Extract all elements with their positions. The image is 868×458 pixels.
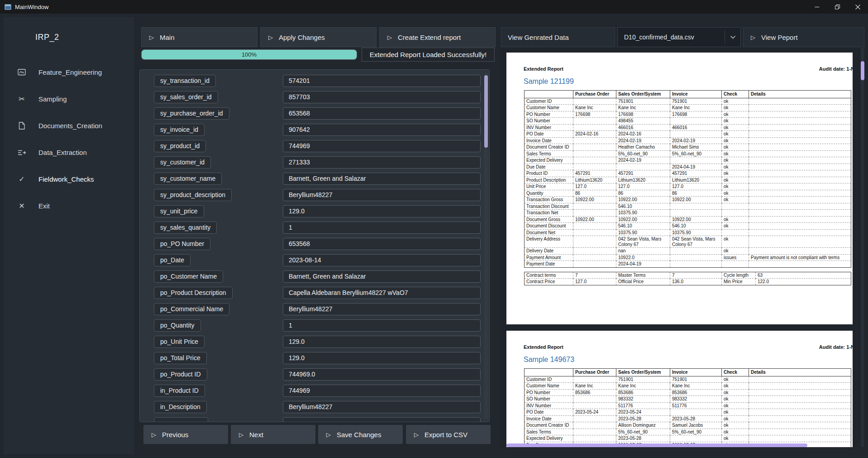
field-input[interactable]: 744969.0 <box>283 368 481 381</box>
field-input[interactable]: Beryllium48227 <box>283 303 481 315</box>
field-input[interactable]: Barnett, Green and Salazar <box>283 173 481 185</box>
field-input[interactable]: 129.0 <box>283 352 481 364</box>
report-cell <box>670 157 722 164</box>
field-input[interactable]: 1 <box>283 222 481 234</box>
report-cell: 751901 <box>670 376 722 383</box>
field-input[interactable]: 1 <box>283 319 481 332</box>
sidebar-item-data_extraction[interactable]: Data_Extraction <box>4 139 134 166</box>
report-cell: SO Number <box>525 396 573 403</box>
report-vertical-scrollbar[interactable] <box>861 48 864 447</box>
report-cell <box>670 254 722 261</box>
report-cell: 853686 <box>670 389 722 396</box>
report-row: Product DescriptionLithium13620Lithium13… <box>525 177 851 183</box>
report-cell <box>573 203 616 210</box>
report-cell: nan <box>616 248 670 255</box>
report-cell: Sales Terms <box>525 150 573 157</box>
report-cell: 127.0 <box>616 183 670 190</box>
report-cell: ok <box>722 170 749 177</box>
report-vertical-scrollbar-thumb[interactable] <box>861 61 864 80</box>
sidebar-item-feature_engineering[interactable]: Feature_Engineering <box>4 59 134 86</box>
report-cell <box>749 124 851 131</box>
report-cell: 2023-05-24 <box>573 409 616 416</box>
chevron-down-icon <box>730 35 736 39</box>
dataset-selected-value: D10_confirmed_data.csv <box>624 34 694 41</box>
field-input[interactable]: Beryllium48227 <box>283 189 481 201</box>
field-input[interactable]: 907642 <box>283 124 481 136</box>
field-input[interactable]: 574201 <box>283 75 481 87</box>
field-input[interactable] <box>283 417 481 422</box>
report-cell: ok <box>722 389 749 396</box>
report-cell <box>573 376 616 383</box>
field-input[interactable]: Capella Aldebaran Beryllium48227 wVaO7 <box>283 287 481 299</box>
form-row: po_Product ID 744969.0 <box>154 368 481 381</box>
field-input[interactable]: Barnett, Green and Salazar <box>283 270 481 283</box>
field-input[interactable]: Beryllium48227 <box>283 401 481 413</box>
minimize-button[interactable] <box>807 0 827 14</box>
report-cell: 466016 <box>616 124 670 131</box>
view-report-button[interactable]: ▷ View Peport <box>743 27 864 47</box>
report-cell: Due Date <box>525 164 573 170</box>
form-scrollbar[interactable] <box>484 72 488 419</box>
report-cell: 176698 <box>573 111 616 118</box>
contract-row: Contract terms7Master Terms7Cycle length… <box>525 272 851 279</box>
field-input[interactable]: 653568 <box>283 238 481 250</box>
dataset-dropdown[interactable]: D10_confirmed_data.csv <box>617 27 741 47</box>
field-input[interactable]: 653568 <box>283 107 481 120</box>
report-cell: Kane Inc <box>616 383 670 390</box>
report-cell <box>573 150 616 157</box>
report-cell: 10922.00 <box>670 197 722 203</box>
tab-create-extend-report[interactable]: ▷ Create Extend report <box>379 27 496 47</box>
progress-bar: 100% <box>141 49 357 60</box>
tab-main[interactable]: ▷ Main <box>141 27 258 47</box>
report-cell: Invoice Date <box>525 137 573 144</box>
report-cell: Contract terms <box>525 272 573 279</box>
report-cell <box>749 150 851 157</box>
sidebar-item-documents_creation[interactable]: Documents_Creation <box>4 112 134 139</box>
report-horizontal-scrollbar-thumb[interactable] <box>506 444 807 447</box>
report-page: Extended Report Audit date: 1-N Sample 1… <box>506 331 853 447</box>
restore-button[interactable] <box>827 0 848 14</box>
field-input[interactable]: 129.0 <box>283 336 481 348</box>
sidebar-item-exit[interactable]: ✕ Exit <box>4 193 134 219</box>
field-label <box>154 417 208 422</box>
field-input[interactable]: 744969 <box>283 140 481 152</box>
sidebar-item-sampling[interactable]: ✂ Sampling <box>4 86 134 112</box>
dropdown-divider <box>725 31 725 43</box>
export-csv-button[interactable]: ▷ Export to CSV <box>406 425 491 444</box>
next-button[interactable]: ▷ Next <box>231 425 315 444</box>
sidebar-item-fieldwork_checks[interactable]: ✓ Fieldwork_Checks <box>4 166 134 193</box>
report-cell <box>573 396 616 403</box>
field-input[interactable]: 2023-08-14 <box>283 254 481 266</box>
field-input[interactable]: 744969 <box>283 385 481 397</box>
report-row: Sales Terms5%_60-net_905%_60-net_90ok <box>525 150 851 157</box>
field-input[interactable]: 857703 <box>283 91 481 103</box>
form-row: sy_customer_id 271333 <box>154 156 481 169</box>
report-page-header: Extended Report Audit date: 1-N <box>524 344 853 350</box>
report-cell: Min Price <box>722 279 756 285</box>
save-changes-button[interactable]: ▷ Save Changes <box>318 425 403 444</box>
close-button[interactable] <box>848 0 868 14</box>
form-rows: sy_transaction_id 574201 sy_sales_order_… <box>154 75 481 422</box>
report-cell <box>749 216 851 223</box>
report-cell <box>749 105 851 111</box>
field-input[interactable]: 271333 <box>283 156 481 169</box>
document-icon <box>17 122 26 130</box>
report-cell: ok <box>722 137 749 144</box>
report-column-header: Invoice <box>670 91 722 98</box>
report-cell: 457291 <box>616 170 670 177</box>
report-column-header: Invoice <box>670 369 722 376</box>
sidebar-item-label: Sampling <box>38 95 67 103</box>
form-scrollbar-thumb[interactable] <box>484 75 488 148</box>
report-row: Document Gross10922.0010922.0010922.00ok <box>525 216 851 223</box>
previous-button[interactable]: ▷ Previous <box>143 425 228 444</box>
field-label: sy_transaction_id <box>154 75 216 87</box>
report-horizontal-scrollbar[interactable] <box>500 444 860 447</box>
report-cell: Kane Inc <box>616 105 670 111</box>
tab-apply-changes[interactable]: ▷ Apply Changes <box>260 27 377 47</box>
view-generated-data-label: View Genrated Data <box>508 34 569 41</box>
report-cell <box>749 144 851 151</box>
view-generated-data-button[interactable]: View Genrated Data <box>501 27 615 47</box>
report-cell: Contract Price <box>525 279 573 285</box>
field-input[interactable]: 129.0 <box>283 205 481 217</box>
field-label: sy_customer_name <box>154 173 222 185</box>
